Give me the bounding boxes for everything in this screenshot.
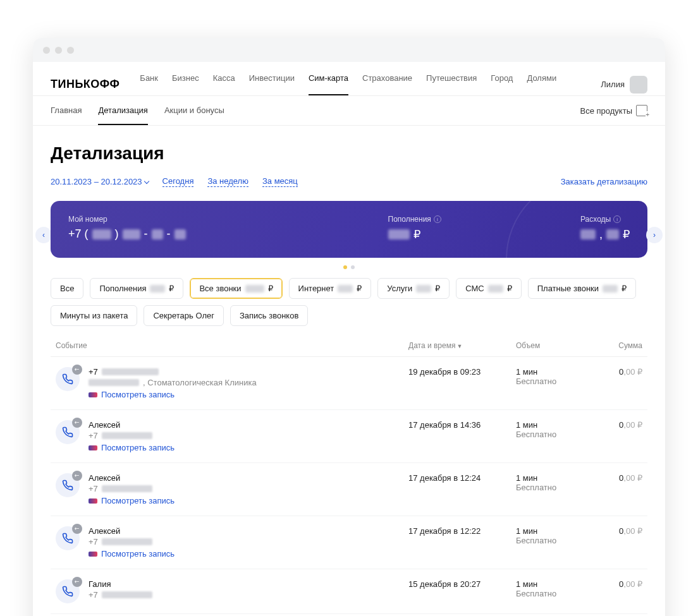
top-nav-item[interactable]: Путешествия [426, 73, 477, 95]
call-datetime: 17 декабря в 14:36 [408, 420, 516, 452]
call-datetime: 15 декабря в 20:27 [408, 579, 516, 603]
filter-chips: ВсеПополнения₽Все звонки₽Интернет₽Услуги… [51, 278, 647, 326]
filter-chip[interactable]: Платные звонки₽ [528, 278, 636, 299]
carousel-dot[interactable] [351, 265, 355, 269]
sub-nav-item[interactable]: Детализация [98, 97, 147, 125]
call-title: Алексей [89, 526, 408, 536]
call-icon: ↙ [56, 420, 80, 444]
browser-frame: ТИНЬКОФФ БанкБизнесКассаИнвестицииСим-ка… [33, 38, 665, 616]
call-volume: 1 минБесплатно [516, 420, 592, 452]
top-nav-item[interactable]: Долями [527, 73, 556, 95]
quick-link-today[interactable]: Сегодня [162, 176, 194, 187]
carousel-prev[interactable]: ‹ [35, 227, 52, 243]
call-title: Галия [89, 579, 408, 589]
top-nav-item[interactable]: Бизнес [172, 73, 199, 95]
call-subtitle: +7 [89, 590, 408, 600]
call-sum: 0,00 ₽ [592, 579, 642, 603]
quick-link-week[interactable]: За неделю [207, 176, 248, 187]
chevron-down-icon [144, 178, 149, 183]
window-dot [55, 47, 62, 54]
sort-desc-icon: ▼ [456, 343, 462, 349]
table-header: Событие Дата и время▼ Объем Сумма [51, 326, 647, 356]
call-icon: ↙ [56, 367, 80, 391]
carousel-next[interactable]: › [646, 227, 663, 243]
top-nav-item[interactable]: Банк [140, 73, 158, 95]
view-recording-link[interactable]: Посмотреть запись [89, 549, 174, 559]
call-datetime: 17 декабря в 12:22 [408, 526, 516, 559]
call-sum: 0,00 ₽ [592, 367, 642, 399]
filter-chip[interactable]: Интернет₽ [289, 278, 372, 299]
info-icon[interactable]: i [434, 215, 441, 223]
top-nav-item[interactable]: Инвестиции [249, 73, 295, 95]
quick-link-month[interactable]: За месяц [262, 176, 298, 187]
filter-chip[interactable]: Минуты из пакета [51, 305, 137, 326]
call-sum: 0,00 ₽ [592, 526, 642, 559]
hero-carousel: ‹ Мой номер +7 () -- Пополненияi ₽ Расхо… [51, 201, 647, 269]
call-title: Алексей [89, 420, 408, 430]
call-volume: 1 минБесплатно [516, 473, 592, 505]
expenses-value: ,₽ [580, 227, 630, 241]
recording-icon [89, 552, 97, 557]
col-date[interactable]: Дата и время▼ [408, 341, 516, 350]
call-row[interactable]: ↙Алексей+7 Посмотреть запись17 декабря в… [51, 463, 647, 516]
col-event: Событие [56, 341, 408, 350]
all-products-link[interactable]: Все продукты [580, 96, 647, 125]
calls-list: ↙+7, Стоматологическая КлиникаПосмотреть… [51, 356, 647, 614]
filter-chip[interactable]: Запись звонков [230, 305, 308, 326]
filter-chip[interactable]: Секретарь Олег [144, 305, 224, 326]
sub-nav: ГлавнаяДетализацияАкции и бонусы Все про… [33, 96, 665, 125]
my-number-value: +7 () -- [68, 227, 186, 241]
recording-icon [89, 498, 97, 504]
filter-chip[interactable]: Пополнения₽ [90, 278, 183, 299]
all-products-label: Все продукты [580, 106, 632, 116]
recording-icon [89, 392, 97, 397]
carousel-dots [51, 265, 647, 269]
incoming-badge-icon: ↙ [72, 524, 82, 534]
order-details-link[interactable]: Заказать детализацию [561, 177, 647, 186]
date-range-picker[interactable]: 20.11.2023 – 20.12.2023 [51, 177, 149, 186]
incoming-badge-icon: ↙ [72, 418, 82, 428]
info-icon[interactable]: i [613, 215, 621, 223]
call-icon: ↙ [56, 526, 80, 550]
incoming-badge-icon: ↙ [72, 577, 82, 587]
incoming-badge-icon: ↙ [72, 365, 82, 375]
grid-plus-icon [636, 105, 647, 116]
call-title: +7 [89, 367, 408, 377]
filter-chip[interactable]: СМС₽ [456, 278, 521, 299]
call-subtitle: +7 [89, 537, 408, 547]
call-volume: 1 минБесплатно [516, 367, 592, 399]
filter-chip[interactable]: Все [51, 278, 83, 299]
view-recording-link[interactable]: Посмотреть запись [89, 390, 174, 399]
call-icon: ↙ [56, 473, 80, 497]
date-range-label: 20.11.2023 – 20.12.2023 [51, 177, 142, 186]
call-title: Алексей [89, 473, 408, 483]
top-nav-item[interactable]: Страхование [362, 73, 412, 95]
user-block[interactable]: Лилия [601, 76, 647, 94]
top-nav-item[interactable]: Город [491, 73, 513, 95]
sub-nav-item[interactable]: Акции и бонусы [164, 97, 224, 125]
call-row[interactable]: ↙+7, Стоматологическая КлиникаПосмотреть… [51, 357, 647, 410]
call-volume: 1 минБесплатно [516, 579, 592, 603]
call-row[interactable]: ↙Алексей+7 Посмотреть запись17 декабря в… [51, 516, 647, 569]
call-subtitle: , Стоматологическая Клиника [89, 378, 408, 387]
view-recording-link[interactable]: Посмотреть запись [89, 496, 174, 505]
my-number-label: Мой номер [68, 215, 186, 224]
top-nav-item[interactable]: Касса [213, 73, 235, 95]
expenses-label: Расходыi [580, 215, 630, 224]
call-row[interactable]: ↙Галия+7 15 декабря в 20:271 минБесплатн… [51, 569, 647, 614]
user-name: Лилия [601, 80, 625, 89]
content: Детализация 20.11.2023 – 20.12.2023 Сего… [33, 126, 665, 616]
filter-chip[interactable]: Услуги₽ [377, 278, 450, 299]
top-nav-item[interactable]: Сим-карта [309, 73, 348, 95]
carousel-dot[interactable] [343, 265, 347, 269]
sub-nav-item[interactable]: Главная [51, 97, 82, 125]
call-row[interactable]: ↙Алексей+7 Посмотреть запись17 декабря в… [51, 410, 647, 463]
call-datetime: 17 декабря в 12:24 [408, 473, 516, 505]
summary-card: Мой номер +7 () -- Пополненияi ₽ Расходы… [51, 201, 647, 258]
call-volume: 1 минБесплатно [516, 526, 592, 559]
window-dot [67, 47, 74, 54]
filter-chip[interactable]: Все звонки₽ [190, 278, 282, 299]
window-dot [43, 47, 50, 54]
avatar[interactable] [630, 76, 647, 94]
view-recording-link[interactable]: Посмотреть запись [89, 443, 174, 452]
